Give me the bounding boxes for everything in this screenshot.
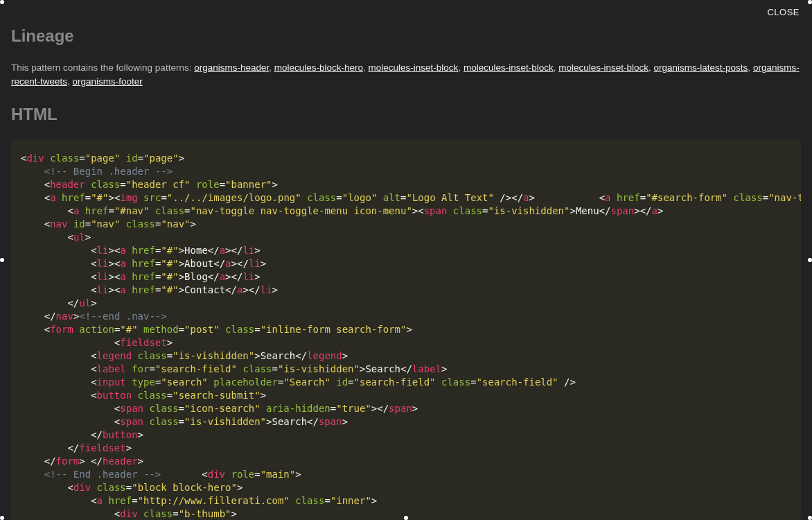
resize-handle[interactable] [404,516,408,520]
lineage-pattern-link[interactable]: molecules-block-hero [274,62,363,73]
resize-handle[interactable] [0,0,4,4]
lineage-heading: Lineage [11,26,801,46]
resize-handle[interactable] [808,258,812,262]
resize-handle[interactable] [808,516,812,520]
resize-handle[interactable] [0,516,4,520]
pattern-info-panel: CLOSE Lineage This pattern contains the … [0,0,812,520]
resize-handle[interactable] [808,0,812,4]
lineage-intro: This pattern contains the following patt… [11,62,194,73]
code-block: <div class="page" id="page"> <!-- Begin … [11,139,801,521]
lineage-pattern-link[interactable]: organisms-footer [73,76,143,87]
lineage-description: This pattern contains the following patt… [11,61,801,89]
resize-handle[interactable] [0,258,4,262]
html-heading: HTML [11,105,801,124]
lineage-pattern-link[interactable]: organisms-latest-posts [654,62,748,73]
lineage-pattern-link[interactable]: molecules-inset-block [558,62,648,73]
lineage-pattern-link[interactable]: molecules-inset-block [464,62,554,73]
close-button[interactable]: CLOSE [767,7,800,17]
lineage-pattern-link[interactable]: organisms-header [194,62,269,73]
lineage-pattern-link[interactable]: molecules-inset-block [369,62,459,73]
